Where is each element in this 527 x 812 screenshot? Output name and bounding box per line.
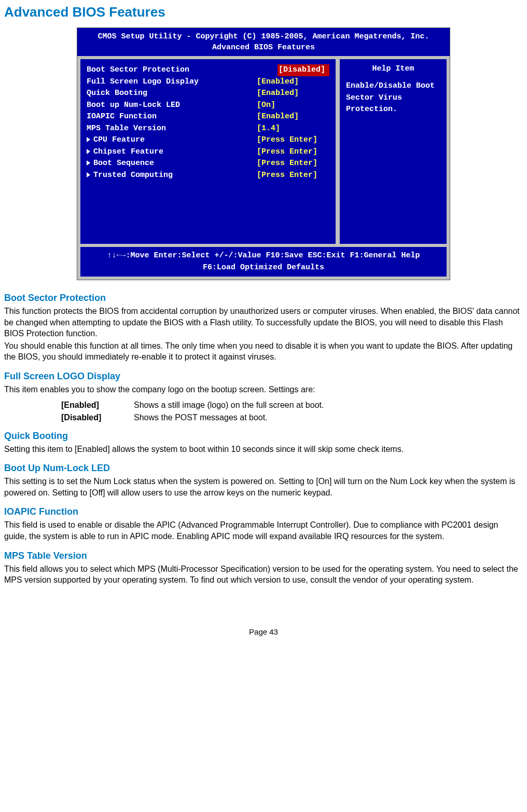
settings-key: [Enabled] xyxy=(61,401,134,410)
body-text: This item enables you to show the compan… xyxy=(4,384,523,395)
submenu-arrow-icon xyxy=(87,172,90,177)
settings-row: [Enabled] Shows a still image (logo) on … xyxy=(61,401,523,410)
bios-setting-row[interactable]: Trusted Computing[Press Enter] xyxy=(87,170,329,182)
submenu-arrow-icon xyxy=(87,137,90,142)
body-text: This field allows you to select which MP… xyxy=(4,563,523,586)
bios-setting-label-text: CPU Feature xyxy=(93,135,145,144)
settings-desc: Shows the POST messages at boot. xyxy=(134,413,523,422)
settings-desc: Shows a still image (logo) on the full s… xyxy=(134,401,523,410)
bios-setting-value: [1.4] xyxy=(257,123,329,135)
bios-setting-value: [Press Enter] xyxy=(257,170,329,182)
body-text: This field is used to enable or disable … xyxy=(4,519,523,542)
bios-setting-row[interactable]: CPU Feature[Press Enter] xyxy=(87,134,329,146)
bios-setting-label: Chipset Feature xyxy=(87,146,257,158)
settings-table: [Enabled] Shows a still image (logo) on … xyxy=(61,401,523,422)
settings-key: [Disabled] xyxy=(61,413,134,422)
bios-setting-label-text: IOAPIC Function xyxy=(87,112,157,121)
bios-setting-row[interactable]: IOAPIC Function[Enabled] xyxy=(87,111,329,123)
bios-title-line1: CMOS Setup Utility - Copyright (C) 1985-… xyxy=(79,31,448,42)
bios-setting-label-text: Trusted Computing xyxy=(93,171,173,180)
bios-setting-label-text: Chipset Feature xyxy=(93,147,163,156)
bios-setting-row[interactable]: Boot Sector Protection[Disabled] xyxy=(87,64,329,76)
bios-setting-value: [Disabled] xyxy=(278,64,329,76)
section-title-numlock: Boot Up Num-Lock LED xyxy=(4,463,523,474)
page-number: Page 43 xyxy=(4,627,523,636)
bios-setting-row[interactable]: Boot up Num-Lock LED[On] xyxy=(87,100,329,112)
bios-settings-panel: Boot Sector Protection[Disabled]Full Scr… xyxy=(79,58,337,245)
bios-setting-label: Full Screen Logo Display xyxy=(87,76,257,88)
submenu-arrow-icon xyxy=(87,160,90,166)
section-title-quick-booting: Quick Booting xyxy=(4,431,523,442)
bios-setting-row[interactable]: Full Screen Logo Display[Enabled] xyxy=(87,76,329,88)
body-text: Setting this item to [Enabled] allows th… xyxy=(4,444,523,455)
bios-setting-label: Boot Sector Protection xyxy=(87,64,278,76)
bios-setting-label: IOAPIC Function xyxy=(87,111,257,123)
bios-footer: ↑↓←→:Move Enter:Select +/-/:Value F10:Sa… xyxy=(79,247,448,278)
bios-setting-label: Boot Sequence xyxy=(87,158,257,170)
section-title-mps: MPS Table Version xyxy=(4,550,523,561)
bios-setting-label-text: Boot up Num-Lock LED xyxy=(87,101,180,109)
submenu-arrow-icon xyxy=(87,149,90,154)
bios-setting-label: Trusted Computing xyxy=(87,170,257,182)
bios-screenshot: CMOS Setup Utility - Copyright (C) 1985-… xyxy=(77,27,450,280)
bios-setting-row[interactable]: Quick Booting[Enabled] xyxy=(87,88,329,100)
section-title-full-screen-logo: Full Screen LOGO Display xyxy=(4,371,523,382)
section-title-boot-sector: Boot Sector Protection xyxy=(4,293,523,304)
bios-help-text: Enable/Disable Boot Sector Virus Protect… xyxy=(346,80,440,116)
bios-window: CMOS Setup Utility - Copyright (C) 1985-… xyxy=(77,27,450,280)
bios-setting-label-text: Full Screen Logo Display xyxy=(87,77,199,86)
bios-setting-value: [Press Enter] xyxy=(257,158,329,170)
bios-setting-value: [Enabled] xyxy=(257,88,329,100)
body-text: This function protects the BIOS from acc… xyxy=(4,306,523,339)
body-text: This setting is to set the Num Lock stat… xyxy=(4,476,523,498)
bios-setting-label-text: MPS Table Version xyxy=(87,124,166,133)
bios-footer-line1: ↑↓←→:Move Enter:Select +/-/:Value F10:Sa… xyxy=(82,250,445,262)
bios-setting-row[interactable]: MPS Table Version[1.4] xyxy=(87,123,329,135)
section-title-ioapic: IOAPIC Function xyxy=(4,506,523,517)
bios-title-line2: Advanced BIOS Features xyxy=(79,42,448,53)
bios-setting-value: [Enabled] xyxy=(257,111,329,123)
bios-footer-line2: F6:Load Optimized Defaults xyxy=(82,262,445,274)
bios-setting-row[interactable]: Boot Sequence[Press Enter] xyxy=(87,158,329,170)
bios-setting-value: [Press Enter] xyxy=(257,134,329,146)
bios-setting-label-text: Quick Booting xyxy=(87,89,147,98)
bios-setting-value: [Enabled] xyxy=(257,76,329,88)
bios-setting-label-text: Boot Sequence xyxy=(93,159,154,168)
bios-setting-label: Quick Booting xyxy=(87,88,257,100)
bios-setting-value: [On] xyxy=(257,100,329,112)
bios-titlebar: CMOS Setup Utility - Copyright (C) 1985-… xyxy=(77,28,450,56)
bios-setting-value: [Press Enter] xyxy=(257,146,329,158)
settings-row: [Disabled] Shows the POST messages at bo… xyxy=(61,413,523,422)
bios-help-panel: Help Item Enable/Disable Boot Sector Vir… xyxy=(339,58,448,245)
page-title: Advanced BIOS Features xyxy=(4,4,523,20)
bios-setting-label: MPS Table Version xyxy=(87,123,257,135)
bios-setting-label: CPU Feature xyxy=(87,134,257,146)
bios-setting-label-text: Boot Sector Protection xyxy=(87,65,189,74)
bios-setting-label: Boot up Num-Lock LED xyxy=(87,100,257,112)
bios-help-title: Help Item xyxy=(346,64,440,73)
bios-setting-row[interactable]: Chipset Feature[Press Enter] xyxy=(87,146,329,158)
body-text: You should enable this function at all t… xyxy=(4,340,523,363)
